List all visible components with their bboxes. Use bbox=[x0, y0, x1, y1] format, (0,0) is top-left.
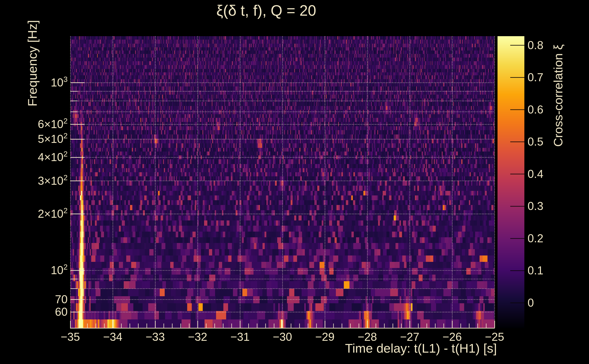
y-tick-label: 60 bbox=[55, 305, 68, 318]
colorbar-tick-label: 0.4 bbox=[528, 168, 543, 181]
y-tick-label: 3×102 bbox=[38, 174, 68, 188]
chart-title: ξ(δ t, f), Q = 20 bbox=[216, 2, 316, 19]
y-axis-label: Frequency [Hz] bbox=[25, 20, 40, 106]
x-tick-label: −32 bbox=[188, 330, 207, 344]
x-tick-label: −27 bbox=[400, 330, 419, 344]
y-tick-label: 5×102 bbox=[38, 132, 68, 146]
x-tick-label: −26 bbox=[442, 330, 462, 344]
y-tick-label: 102 bbox=[51, 264, 68, 277]
x-tick-label: −33 bbox=[145, 330, 165, 344]
x-tick-label: −35 bbox=[61, 330, 80, 344]
x-tick-label: −34 bbox=[103, 330, 122, 344]
x-tick-label: −25 bbox=[485, 330, 504, 344]
qscan-figure: ξ(δ t, f), Q = 20 Frequency [Hz] Time de… bbox=[0, 0, 589, 364]
colorbar-tick-label: 0.2 bbox=[528, 232, 543, 245]
colorbar-tick-label: 0.1 bbox=[528, 264, 543, 277]
colorbar-tick-label: 0.6 bbox=[528, 103, 543, 116]
colorbar-tick-label: 0.7 bbox=[528, 71, 543, 84]
y-tick-label: 6×102 bbox=[38, 118, 68, 131]
colorbar-label: Cross-correlation ξ bbox=[551, 44, 565, 147]
colorbar-tick-label: 0 bbox=[528, 296, 534, 309]
x-tick-label: −29 bbox=[315, 330, 334, 344]
x-tick-label: −30 bbox=[273, 330, 292, 344]
y-tick-label: 70 bbox=[55, 293, 68, 306]
x-tick-label: −28 bbox=[358, 330, 377, 344]
x-tick-label: −31 bbox=[230, 330, 250, 344]
colorbar-tick-label: 0.3 bbox=[528, 200, 543, 213]
colorbar-tick-label: 0.5 bbox=[528, 135, 543, 148]
y-tick-label: 2×102 bbox=[38, 207, 68, 221]
colorbar-tick-label: 0.8 bbox=[528, 39, 543, 52]
y-tick-label: 4×102 bbox=[38, 151, 68, 164]
y-tick-label: 103 bbox=[51, 76, 68, 89]
spectrogram-canvas bbox=[0, 0, 589, 364]
